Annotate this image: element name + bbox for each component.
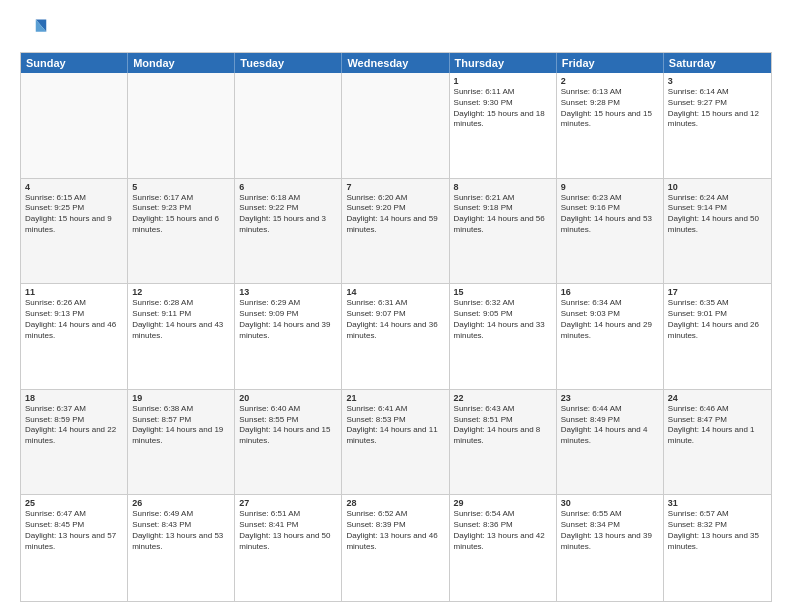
day-number: 9 xyxy=(561,182,659,192)
cell-info: Sunrise: 6:54 AMSunset: 8:36 PMDaylight:… xyxy=(454,509,552,552)
day-number: 8 xyxy=(454,182,552,192)
day-number: 20 xyxy=(239,393,337,403)
calendar-row-1: 1Sunrise: 6:11 AMSunset: 9:30 PMDaylight… xyxy=(21,73,771,179)
cell-info: Sunrise: 6:57 AMSunset: 8:32 PMDaylight:… xyxy=(668,509,767,552)
day-number: 12 xyxy=(132,287,230,297)
day-number: 21 xyxy=(346,393,444,403)
calendar-cell: 19Sunrise: 6:38 AMSunset: 8:57 PMDayligh… xyxy=(128,390,235,495)
day-number: 18 xyxy=(25,393,123,403)
calendar-cell: 3Sunrise: 6:14 AMSunset: 9:27 PMDaylight… xyxy=(664,73,771,178)
day-number: 5 xyxy=(132,182,230,192)
cell-info: Sunrise: 6:15 AMSunset: 9:25 PMDaylight:… xyxy=(25,193,123,236)
calendar-cell: 29Sunrise: 6:54 AMSunset: 8:36 PMDayligh… xyxy=(450,495,557,601)
calendar-row-5: 25Sunrise: 6:47 AMSunset: 8:45 PMDayligh… xyxy=(21,495,771,601)
cell-info: Sunrise: 6:52 AMSunset: 8:39 PMDaylight:… xyxy=(346,509,444,552)
day-number: 19 xyxy=(132,393,230,403)
day-number: 24 xyxy=(668,393,767,403)
day-number: 2 xyxy=(561,76,659,86)
header-day-monday: Monday xyxy=(128,53,235,73)
calendar-cell: 11Sunrise: 6:26 AMSunset: 9:13 PMDayligh… xyxy=(21,284,128,389)
calendar-cell: 2Sunrise: 6:13 AMSunset: 9:28 PMDaylight… xyxy=(557,73,664,178)
calendar-cell: 10Sunrise: 6:24 AMSunset: 9:14 PMDayligh… xyxy=(664,179,771,284)
cell-info: Sunrise: 6:11 AMSunset: 9:30 PMDaylight:… xyxy=(454,87,552,130)
cell-info: Sunrise: 6:29 AMSunset: 9:09 PMDaylight:… xyxy=(239,298,337,341)
cell-info: Sunrise: 6:31 AMSunset: 9:07 PMDaylight:… xyxy=(346,298,444,341)
day-number: 15 xyxy=(454,287,552,297)
header-day-tuesday: Tuesday xyxy=(235,53,342,73)
cell-info: Sunrise: 6:20 AMSunset: 9:20 PMDaylight:… xyxy=(346,193,444,236)
calendar-cell xyxy=(21,73,128,178)
day-number: 23 xyxy=(561,393,659,403)
day-number: 1 xyxy=(454,76,552,86)
cell-info: Sunrise: 6:51 AMSunset: 8:41 PMDaylight:… xyxy=(239,509,337,552)
cell-info: Sunrise: 6:49 AMSunset: 8:43 PMDaylight:… xyxy=(132,509,230,552)
calendar-cell: 5Sunrise: 6:17 AMSunset: 9:23 PMDaylight… xyxy=(128,179,235,284)
header-day-saturday: Saturday xyxy=(664,53,771,73)
calendar-cell: 25Sunrise: 6:47 AMSunset: 8:45 PMDayligh… xyxy=(21,495,128,601)
calendar-row-3: 11Sunrise: 6:26 AMSunset: 9:13 PMDayligh… xyxy=(21,284,771,390)
cell-info: Sunrise: 6:34 AMSunset: 9:03 PMDaylight:… xyxy=(561,298,659,341)
header xyxy=(20,16,772,44)
day-number: 10 xyxy=(668,182,767,192)
calendar-cell: 30Sunrise: 6:55 AMSunset: 8:34 PMDayligh… xyxy=(557,495,664,601)
cell-info: Sunrise: 6:18 AMSunset: 9:22 PMDaylight:… xyxy=(239,193,337,236)
day-number: 27 xyxy=(239,498,337,508)
header-day-friday: Friday xyxy=(557,53,664,73)
header-day-wednesday: Wednesday xyxy=(342,53,449,73)
cell-info: Sunrise: 6:14 AMSunset: 9:27 PMDaylight:… xyxy=(668,87,767,130)
calendar-cell: 4Sunrise: 6:15 AMSunset: 9:25 PMDaylight… xyxy=(21,179,128,284)
calendar-cell: 18Sunrise: 6:37 AMSunset: 8:59 PMDayligh… xyxy=(21,390,128,495)
cell-info: Sunrise: 6:38 AMSunset: 8:57 PMDaylight:… xyxy=(132,404,230,447)
day-number: 25 xyxy=(25,498,123,508)
calendar-cell: 24Sunrise: 6:46 AMSunset: 8:47 PMDayligh… xyxy=(664,390,771,495)
calendar-header: SundayMondayTuesdayWednesdayThursdayFrid… xyxy=(21,53,771,73)
header-day-sunday: Sunday xyxy=(21,53,128,73)
cell-info: Sunrise: 6:46 AMSunset: 8:47 PMDaylight:… xyxy=(668,404,767,447)
logo xyxy=(20,16,52,44)
calendar-cell: 28Sunrise: 6:52 AMSunset: 8:39 PMDayligh… xyxy=(342,495,449,601)
page: SundayMondayTuesdayWednesdayThursdayFrid… xyxy=(0,0,792,612)
calendar-cell: 9Sunrise: 6:23 AMSunset: 9:16 PMDaylight… xyxy=(557,179,664,284)
cell-info: Sunrise: 6:55 AMSunset: 8:34 PMDaylight:… xyxy=(561,509,659,552)
day-number: 7 xyxy=(346,182,444,192)
calendar-cell: 17Sunrise: 6:35 AMSunset: 9:01 PMDayligh… xyxy=(664,284,771,389)
cell-info: Sunrise: 6:26 AMSunset: 9:13 PMDaylight:… xyxy=(25,298,123,341)
calendar-cell: 31Sunrise: 6:57 AMSunset: 8:32 PMDayligh… xyxy=(664,495,771,601)
calendar-cell: 22Sunrise: 6:43 AMSunset: 8:51 PMDayligh… xyxy=(450,390,557,495)
day-number: 11 xyxy=(25,287,123,297)
cell-info: Sunrise: 6:21 AMSunset: 9:18 PMDaylight:… xyxy=(454,193,552,236)
day-number: 3 xyxy=(668,76,767,86)
calendar: SundayMondayTuesdayWednesdayThursdayFrid… xyxy=(20,52,772,602)
day-number: 13 xyxy=(239,287,337,297)
calendar-body: 1Sunrise: 6:11 AMSunset: 9:30 PMDaylight… xyxy=(21,73,771,601)
calendar-cell xyxy=(235,73,342,178)
cell-info: Sunrise: 6:13 AMSunset: 9:28 PMDaylight:… xyxy=(561,87,659,130)
calendar-cell xyxy=(342,73,449,178)
day-number: 26 xyxy=(132,498,230,508)
day-number: 30 xyxy=(561,498,659,508)
calendar-cell: 15Sunrise: 6:32 AMSunset: 9:05 PMDayligh… xyxy=(450,284,557,389)
calendar-cell: 7Sunrise: 6:20 AMSunset: 9:20 PMDaylight… xyxy=(342,179,449,284)
calendar-cell: 20Sunrise: 6:40 AMSunset: 8:55 PMDayligh… xyxy=(235,390,342,495)
day-number: 4 xyxy=(25,182,123,192)
cell-info: Sunrise: 6:17 AMSunset: 9:23 PMDaylight:… xyxy=(132,193,230,236)
calendar-cell: 6Sunrise: 6:18 AMSunset: 9:22 PMDaylight… xyxy=(235,179,342,284)
day-number: 6 xyxy=(239,182,337,192)
day-number: 31 xyxy=(668,498,767,508)
calendar-row-4: 18Sunrise: 6:37 AMSunset: 8:59 PMDayligh… xyxy=(21,390,771,496)
calendar-cell xyxy=(128,73,235,178)
calendar-cell: 12Sunrise: 6:28 AMSunset: 9:11 PMDayligh… xyxy=(128,284,235,389)
cell-info: Sunrise: 6:43 AMSunset: 8:51 PMDaylight:… xyxy=(454,404,552,447)
cell-info: Sunrise: 6:24 AMSunset: 9:14 PMDaylight:… xyxy=(668,193,767,236)
calendar-cell: 23Sunrise: 6:44 AMSunset: 8:49 PMDayligh… xyxy=(557,390,664,495)
header-day-thursday: Thursday xyxy=(450,53,557,73)
cell-info: Sunrise: 6:23 AMSunset: 9:16 PMDaylight:… xyxy=(561,193,659,236)
calendar-row-2: 4Sunrise: 6:15 AMSunset: 9:25 PMDaylight… xyxy=(21,179,771,285)
calendar-cell: 1Sunrise: 6:11 AMSunset: 9:30 PMDaylight… xyxy=(450,73,557,178)
calendar-cell: 8Sunrise: 6:21 AMSunset: 9:18 PMDaylight… xyxy=(450,179,557,284)
day-number: 29 xyxy=(454,498,552,508)
day-number: 14 xyxy=(346,287,444,297)
calendar-cell: 16Sunrise: 6:34 AMSunset: 9:03 PMDayligh… xyxy=(557,284,664,389)
calendar-cell: 26Sunrise: 6:49 AMSunset: 8:43 PMDayligh… xyxy=(128,495,235,601)
cell-info: Sunrise: 6:28 AMSunset: 9:11 PMDaylight:… xyxy=(132,298,230,341)
